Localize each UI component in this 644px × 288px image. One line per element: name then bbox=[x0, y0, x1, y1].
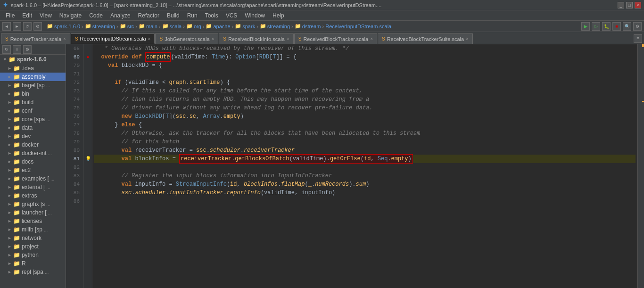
nav-back[interactable]: ◄ bbox=[2, 22, 11, 31]
tab-receivedblocktrackersuite[interactable]: S ReceivedBlockTrackerSuite.scala × bbox=[378, 33, 473, 44]
menu-edit[interactable]: Edit bbox=[18, 11, 36, 20]
sidebar-item-ec2[interactable]: ► 📁 ec2 bbox=[0, 166, 66, 174]
line-num-73: 73 bbox=[68, 87, 80, 95]
sidebar-item-docs[interactable]: ► 📁 docs bbox=[0, 157, 66, 166]
stop-btn[interactable]: ■ bbox=[612, 22, 621, 31]
examples-label: examples [ bbox=[22, 175, 49, 182]
sidebar-refresh[interactable]: ↻ bbox=[2, 45, 11, 54]
menu-refactor[interactable]: Refactor bbox=[134, 11, 163, 20]
sidebar-item-network[interactable]: ► 📁 network bbox=[0, 234, 66, 242]
run-debug-btn[interactable]: ▶ bbox=[581, 22, 590, 31]
sidebar-item-mllib[interactable]: ► 📁 mllib [sp... bbox=[0, 225, 66, 234]
sidebar-item-python[interactable]: ► 📁 python bbox=[0, 251, 66, 259]
gutter-80 bbox=[84, 146, 92, 155]
menu-vcs[interactable]: VCS bbox=[222, 11, 241, 20]
line-num-84: 84 bbox=[68, 180, 80, 189]
external-arrow: ► bbox=[8, 185, 12, 189]
breadcrumb-main[interactable]: main bbox=[146, 24, 157, 29]
gutter-79 bbox=[84, 138, 92, 146]
sidebar-item-external[interactable]: ► 📁 external [... bbox=[0, 183, 66, 191]
breadcrumb-org[interactable]: org bbox=[194, 24, 201, 29]
menu-build[interactable]: Build bbox=[163, 11, 183, 20]
sidebar-settings[interactable]: ⚙ bbox=[23, 45, 32, 54]
tab-close6[interactable]: × bbox=[466, 36, 469, 41]
sidebar-item-idea[interactable]: ► 📁 .idea bbox=[0, 64, 66, 73]
breadcrumb-spark[interactable]: spark-1.6.0 bbox=[54, 24, 80, 29]
tab-close-receivertracker[interactable]: × bbox=[63, 36, 66, 41]
sidebar-item-docker-int[interactable]: ► 📁 docker-int... bbox=[0, 149, 66, 157]
tab-receivertracker[interactable]: S ReceiverTracker.scala × bbox=[1, 33, 70, 44]
tab-receivedblockinfo[interactable]: S ReceivedBlockInfo.scala × bbox=[219, 33, 293, 44]
nav-settings[interactable]: ⚙ bbox=[33, 22, 42, 31]
sidebar-item-launcher[interactable]: ► 📁 launcher [... bbox=[0, 208, 66, 217]
tab-receiverinputdstream[interactable]: S ReceiverInputDStream.scala × bbox=[71, 33, 155, 44]
breadcrumb-scala[interactable]: scala bbox=[170, 24, 182, 29]
build-folder-icon: 📁 bbox=[13, 99, 20, 106]
menu-code[interactable]: Code bbox=[85, 11, 107, 20]
dev-label: dev bbox=[22, 133, 31, 140]
line-num-82: 82 bbox=[68, 163, 80, 172]
sidebar-collapse[interactable]: ≡ bbox=[13, 45, 21, 54]
code-line-75: // driver failure without any write ahea… bbox=[94, 104, 636, 112]
breadcrumb-dstream[interactable]: dstream bbox=[302, 24, 321, 29]
sidebar-item-extras[interactable]: ► 📁 extras bbox=[0, 191, 66, 200]
settings-btn2[interactable]: ⚙ bbox=[633, 22, 642, 31]
tab-receivedblocktracker[interactable]: S ReceivedBlockTracker.scala × bbox=[294, 33, 377, 44]
sidebar-item-bagel[interactable]: ► 📁 bagel [sp... bbox=[0, 81, 66, 90]
sidebar-item-conf[interactable]: ► 📁 conf bbox=[0, 107, 66, 115]
tabs-scroll[interactable]: ≡ bbox=[634, 34, 642, 43]
tab-close-active[interactable]: × bbox=[148, 36, 151, 41]
sidebar-item-core[interactable]: ► 📁 core [spa... bbox=[0, 115, 66, 123]
sidebar-item-project[interactable]: ► 📁 project bbox=[0, 242, 66, 251]
breadcrumb-streaming2[interactable]: streaming bbox=[267, 24, 290, 29]
sidebar-item-repl[interactable]: ► 📁 repl [spa... bbox=[0, 268, 66, 276]
sidebar-item-data[interactable]: ► 📁 data bbox=[0, 123, 66, 132]
conf-folder-icon: 📁 bbox=[13, 107, 20, 114]
code-line-83: // Register the input blocks information… bbox=[94, 172, 636, 180]
maximize-button[interactable]: □ bbox=[626, 2, 633, 8]
sidebar-root-item[interactable]: ▼ 📁 spark-1.6.0 bbox=[0, 55, 66, 64]
sidebar-item-bin[interactable]: ► 📁 bin bbox=[0, 90, 66, 98]
menu-window[interactable]: Window bbox=[241, 11, 269, 20]
debug-btn[interactable]: 🐛 bbox=[602, 22, 611, 31]
sidebar-item-graphx[interactable]: ► 📁 graphx [s... bbox=[0, 200, 66, 208]
bin-arrow: ► bbox=[8, 91, 12, 96]
menu-run[interactable]: Run bbox=[183, 11, 201, 20]
nav-refresh[interactable]: ↺ bbox=[23, 22, 32, 31]
tab-close3[interactable]: × bbox=[212, 36, 215, 41]
menu-help[interactable]: Help bbox=[269, 11, 288, 20]
breadcrumb-file[interactable]: ReceiverInputDStream.scala bbox=[325, 24, 391, 29]
tab-jobgenerator[interactable]: S JobGenerator.scala × bbox=[155, 33, 218, 44]
tab-close5[interactable]: × bbox=[370, 36, 373, 41]
sidebar-item-examples[interactable]: ► 📁 examples [... bbox=[0, 174, 66, 183]
sidebar-item-docker[interactable]: ► 📁 docker bbox=[0, 140, 66, 149]
sidebar-item-build[interactable]: ► 📁 build bbox=[0, 98, 66, 107]
breadcrumb-apache[interactable]: apache bbox=[213, 24, 230, 29]
menu-navigate[interactable]: Navigate bbox=[56, 11, 85, 20]
launcher-label: launcher [ bbox=[22, 209, 47, 216]
bin-folder-icon: 📁 bbox=[13, 91, 20, 97]
sidebar-item-R[interactable]: ► 📁 R bbox=[0, 259, 66, 268]
breadcrumb-src[interactable]: src bbox=[127, 24, 134, 29]
tab-close4[interactable]: × bbox=[287, 36, 289, 41]
sidebar-item-licenses[interactable]: ► 📁 licenses bbox=[0, 217, 66, 225]
docs-folder-icon: 📁 bbox=[13, 158, 20, 165]
network-arrow: ► bbox=[8, 236, 12, 240]
apache-folder-icon: 📁 bbox=[206, 23, 212, 29]
minimize-button[interactable]: _ bbox=[618, 2, 624, 8]
nav-forward[interactable]: ► bbox=[13, 22, 21, 31]
code-editor[interactable]: 68 69 70 71 72 73 74 75 76 77 78 79 80 8… bbox=[66, 44, 644, 288]
spark-folder-icon: 📁 bbox=[235, 23, 241, 29]
menu-tools[interactable]: Tools bbox=[201, 11, 222, 20]
breadcrumb-spark2[interactable]: spark bbox=[242, 24, 255, 29]
gutter-71 bbox=[84, 70, 92, 78]
search-btn[interactable]: 🔍 bbox=[623, 22, 631, 31]
breadcrumb-streaming[interactable]: streaming bbox=[92, 24, 115, 29]
close-button[interactable]: × bbox=[635, 2, 641, 8]
menu-analyze[interactable]: Analyze bbox=[107, 11, 134, 20]
sidebar-item-dev[interactable]: ► 📁 dev bbox=[0, 132, 66, 140]
sidebar-item-assembly[interactable]: ► 📁 assembly bbox=[0, 73, 66, 81]
run-btn[interactable]: ▷ bbox=[592, 22, 600, 31]
menu-view[interactable]: View bbox=[36, 11, 56, 20]
menu-file[interactable]: File bbox=[2, 11, 18, 20]
